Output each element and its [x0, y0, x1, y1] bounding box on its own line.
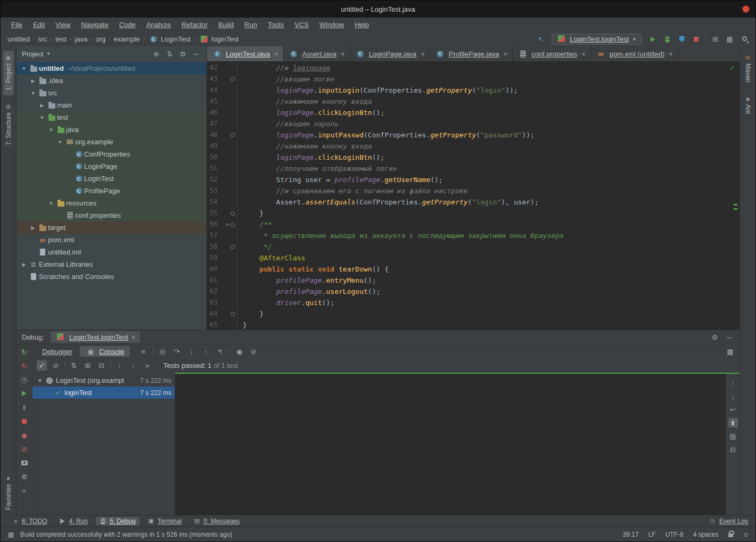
- editor-tab-conf-properties[interactable]: conf.properties×: [513, 46, 591, 61]
- next-failed-test-icon[interactable]: ↓: [128, 360, 138, 371]
- print-icon[interactable]: ▤: [728, 431, 738, 441]
- editor-tab-assert-java[interactable]: CAssert.java×: [284, 46, 350, 61]
- ignore-filter-icon[interactable]: ⊘: [51, 360, 61, 371]
- stripe-button-favorites[interactable]: ★Favorites: [3, 471, 14, 515]
- tree-item-confproperties[interactable]: CConfProperties: [17, 148, 207, 160]
- settings-icon[interactable]: ⚙: [178, 49, 188, 59]
- toolwindow-button-todo[interactable]: ≡6: TODO: [8, 517, 51, 525]
- tree-item-main[interactable]: ▶main: [17, 99, 207, 111]
- toolwindow-button-run[interactable]: 4: Run: [55, 517, 92, 525]
- code-line[interactable]: 63 driver.quit();: [207, 297, 739, 308]
- tree-toggle-icon[interactable]: ▼: [20, 66, 28, 71]
- sort-by-duration-icon[interactable]: ⇅: [69, 360, 79, 371]
- step-into-icon[interactable]: ↓: [186, 347, 196, 357]
- test-history-icon[interactable]: ◷: [20, 375, 29, 384]
- menu-edit[interactable]: Edit: [28, 20, 50, 30]
- window-layout-icon[interactable]: ▦: [725, 34, 735, 44]
- tree-item-pom-xml[interactable]: mpom.xml: [17, 234, 207, 246]
- code-line[interactable]: 50 loginPage.clickLoginBtn();: [207, 152, 739, 163]
- close-window-button[interactable]: [742, 5, 750, 13]
- more-options-icon[interactable]: »: [142, 360, 152, 371]
- collapse-all-icon[interactable]: ⊟: [96, 360, 106, 371]
- code-line[interactable]: 45 //нажимаем кнопку входа: [207, 96, 739, 107]
- view-breakpoints-icon[interactable]: ◉: [234, 347, 244, 357]
- tree-toggle-icon[interactable]: ▼: [38, 115, 46, 120]
- select-opened-file-icon[interactable]: ⊕: [151, 49, 161, 59]
- tree-item-java[interactable]: ▼java: [17, 124, 207, 136]
- menu-view[interactable]: View: [50, 20, 76, 30]
- tree-item-untitled[interactable]: ▼untitled ~/IdeaProjects/untitled: [17, 62, 207, 75]
- breadcrumb-item[interactable]: src: [37, 35, 47, 43]
- inspections-status-icon[interactable]: ✓: [730, 64, 734, 72]
- editor-tab-logintest-java[interactable]: CLoginTest.java×: [207, 46, 284, 61]
- code-line[interactable]: 62 profilePage.userLogout();: [207, 286, 739, 297]
- menu-help[interactable]: Help: [349, 20, 374, 30]
- step-over-icon[interactable]: ↷: [172, 347, 182, 357]
- stop-icon[interactable]: [691, 34, 701, 44]
- project-panel-title[interactable]: Project: [22, 50, 43, 58]
- hector-icon[interactable]: ☺: [743, 531, 749, 538]
- restore-layout-icon[interactable]: ▦: [725, 347, 735, 357]
- menu-vcs[interactable]: VCS: [289, 20, 314, 30]
- menu-file[interactable]: File: [6, 20, 28, 30]
- code-line[interactable]: 52 String user = profilePage.getUserName…: [207, 174, 739, 185]
- resume-icon[interactable]: [20, 389, 29, 398]
- hide-panel-icon[interactable]: ─: [191, 49, 201, 59]
- code-line[interactable]: 51 //получаем отображаемый логин: [207, 163, 739, 174]
- code-line[interactable]: 56≡ /**: [207, 219, 739, 230]
- tree-item-external-libraries[interactable]: ▶≣External Libraries: [17, 258, 207, 270]
- menu-run[interactable]: Run: [239, 20, 262, 30]
- tree-item-scratches-and-consoles[interactable]: Scratches and Consoles: [17, 270, 207, 283]
- scroll-up-icon[interactable]: ↑: [728, 378, 738, 388]
- tree-toggle-icon[interactable]: ▶: [29, 78, 37, 84]
- debugger-tab-console[interactable]: ▣Console: [80, 346, 130, 357]
- scroll-down-icon[interactable]: ↓: [728, 391, 738, 401]
- tree-toggle-icon[interactable]: ▼: [36, 378, 44, 383]
- breadcrumb-item[interactable]: untitled: [7, 35, 30, 43]
- code-line[interactable]: 57 * осуществление выхода из аккаунта с …: [207, 230, 739, 241]
- stripe-button-ant[interactable]: ◆Ant: [743, 92, 753, 119]
- tree-item-target[interactable]: ▶target: [17, 221, 207, 234]
- lock-icon[interactable]: [728, 533, 733, 537]
- close-tab-icon[interactable]: ×: [274, 50, 278, 58]
- scroll-to-end-icon[interactable]: ⇟: [728, 418, 738, 428]
- chevron-down-icon[interactable]: ▼: [46, 51, 51, 56]
- test-tree-item[interactable]: ▼LoginTest (org.exampl7 s 222 ms: [32, 374, 175, 387]
- status-message[interactable]: Build completed successfully with 2 warn…: [20, 531, 232, 538]
- screenshot-icon[interactable]: [20, 458, 29, 467]
- breadcrumb-item[interactable]: example: [113, 35, 141, 43]
- tree-item-test[interactable]: ▼test: [17, 111, 207, 124]
- event-log-button[interactable]: ◷ Event Log: [709, 518, 748, 525]
- toolwindow-button-messages[interactable]: ▤0: Messages: [190, 517, 243, 525]
- menu-tools[interactable]: Tools: [262, 20, 289, 30]
- test-tree-item[interactable]: ✓loginTest7 s 222 ms: [32, 387, 175, 399]
- caret-position[interactable]: 39:17: [623, 531, 639, 538]
- previous-failed-test-icon[interactable]: ↑: [114, 360, 125, 371]
- code-line[interactable]: 53 //и сравниваем его с логином из файла…: [207, 185, 739, 196]
- javadoc-fold-icon[interactable]: ≡: [226, 219, 229, 230]
- close-tab-icon[interactable]: ×: [132, 333, 136, 341]
- fold-marker-icon[interactable]: [231, 211, 235, 216]
- more-icon[interactable]: »: [20, 486, 29, 495]
- close-tab-icon[interactable]: ×: [504, 50, 508, 58]
- breadcrumb-item[interactable]: org: [95, 35, 106, 43]
- expand-all-icon[interactable]: ⊞: [83, 360, 93, 371]
- menu-navigate[interactable]: Navigate: [76, 20, 113, 30]
- tool-window-switcher-icon[interactable]: ▦: [7, 530, 15, 538]
- hide-panel-icon[interactable]: ─: [724, 332, 734, 342]
- code-line[interactable]: 55 }: [207, 208, 739, 219]
- code-line[interactable]: 54 Assert.assertEquals(ConfProperties.ge…: [207, 196, 739, 208]
- run-configuration-select[interactable]: LoginTest.loginTest ▼: [552, 34, 642, 45]
- stripe-button-maven[interactable]: mMaven: [743, 51, 753, 87]
- drop-frame-icon[interactable]: ↰: [215, 347, 225, 357]
- code-editor[interactable]: ✓ 42 //и loginpage43 //вводим логин44 lo…: [207, 61, 739, 330]
- close-tab-icon[interactable]: ×: [581, 50, 586, 58]
- tree-item-resources[interactable]: ▼resources: [17, 197, 207, 209]
- menu-window[interactable]: Window: [314, 20, 349, 30]
- tree-toggle-icon[interactable]: ▼: [47, 127, 55, 133]
- step-out-icon[interactable]: ↑: [201, 347, 211, 357]
- run-with-coverage-icon[interactable]: [677, 34, 687, 44]
- fold-marker-icon[interactable]: [231, 133, 235, 137]
- stop-icon[interactable]: [20, 416, 29, 426]
- stripe-button-1-project[interactable]: ▦1: Project: [3, 51, 14, 95]
